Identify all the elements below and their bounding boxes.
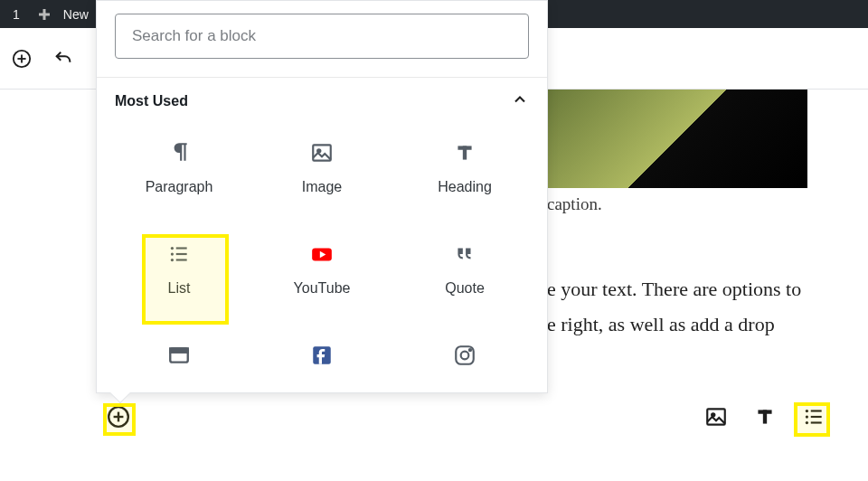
svg-rect-31	[811, 410, 822, 411]
bottom-toolbar	[0, 403, 868, 430]
block-youtube[interactable]: YouTube	[250, 230, 393, 304]
block-facebook[interactable]	[250, 331, 393, 389]
svg-point-13	[171, 259, 174, 261]
block-label: Quote	[445, 280, 485, 297]
svg-rect-14	[176, 259, 187, 260]
svg-point-30	[806, 410, 808, 412]
block-image[interactable]: Image	[250, 128, 393, 203]
image-icon	[308, 139, 335, 166]
svg-rect-10	[176, 247, 187, 249]
add-block-button-inline[interactable]	[105, 403, 132, 430]
comment-count[interactable]: 1	[7, 7, 25, 22]
block-label: Image	[302, 179, 342, 195]
quote-icon	[451, 240, 478, 268]
image-block[interactable]	[547, 90, 807, 188]
svg-rect-35	[811, 421, 822, 423]
svg-rect-29	[763, 410, 767, 423]
svg-rect-8	[463, 146, 467, 159]
block-label: YouTube	[294, 280, 351, 297]
block-inserter-popover: Most Used Paragraph Image Heading	[96, 0, 548, 393]
block-quote[interactable]: Quote	[393, 230, 536, 304]
add-block-button[interactable]	[9, 46, 34, 71]
cover-icon	[165, 342, 193, 369]
instagram-icon	[451, 342, 478, 369]
block-label: Heading	[438, 179, 492, 195]
svg-rect-33	[811, 416, 822, 418]
paragraph-block[interactable]: e your text. There are options to e righ…	[547, 273, 817, 344]
block-heading[interactable]: Heading	[393, 128, 536, 203]
block-paragraph[interactable]: Paragraph	[108, 128, 250, 203]
block-grid: Paragraph Image Heading List	[97, 121, 547, 396]
section-title: Most Used	[115, 93, 188, 109]
block-list[interactable]: List	[108, 230, 250, 304]
svg-point-9	[171, 247, 174, 250]
block-label: Paragraph	[146, 179, 213, 195]
facebook-icon	[308, 342, 335, 369]
block-label: List	[168, 280, 191, 297]
image-quick-icon[interactable]	[703, 403, 730, 430]
undo-button[interactable]	[51, 46, 76, 71]
block-instagram[interactable]	[393, 331, 536, 389]
svg-point-21	[461, 352, 469, 360]
image-caption[interactable]: caption.	[547, 194, 602, 214]
svg-rect-12	[176, 253, 187, 255]
plus-icon[interactable]	[36, 6, 52, 23]
pilcrow-icon	[165, 139, 193, 166]
svg-point-34	[806, 421, 808, 424]
svg-rect-1	[39, 13, 50, 15]
heading-quick-icon[interactable]	[751, 403, 778, 430]
list-quick-icon[interactable]	[800, 403, 827, 430]
section-header[interactable]: Most Used	[97, 78, 547, 121]
new-label[interactable]: New	[63, 7, 89, 22]
svg-point-22	[469, 349, 471, 351]
heading-icon	[451, 139, 478, 166]
list-icon	[165, 240, 193, 268]
chevron-up-icon	[511, 90, 529, 112]
svg-rect-18	[170, 348, 188, 352]
svg-point-32	[806, 415, 808, 418]
block-search-input[interactable]	[115, 14, 529, 59]
block-cover[interactable]	[108, 331, 250, 389]
svg-point-11	[171, 252, 174, 255]
youtube-icon	[308, 240, 335, 268]
